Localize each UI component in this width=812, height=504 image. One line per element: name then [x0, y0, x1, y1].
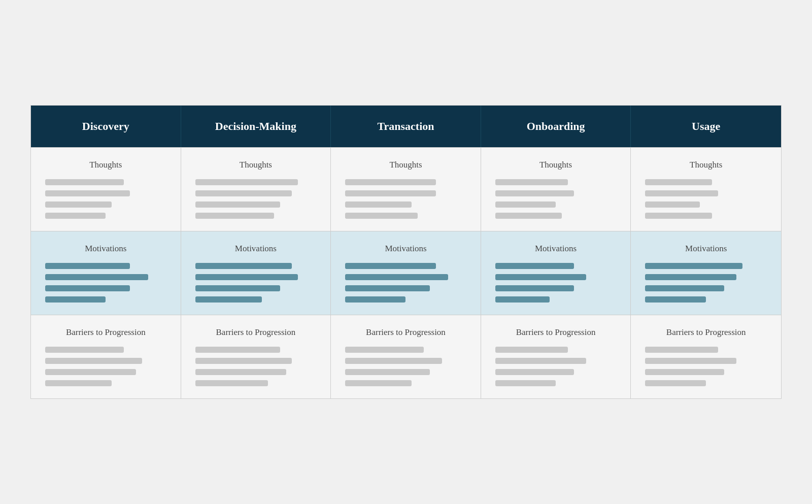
content-line: [195, 190, 292, 196]
content-line: [345, 380, 412, 386]
content-line: [495, 213, 562, 219]
content-line: [495, 179, 568, 185]
cell-title: Thoughts: [345, 160, 466, 170]
cell-title: Thoughts: [495, 160, 617, 170]
content-line: [45, 380, 112, 386]
cell-title: Motivations: [345, 244, 466, 254]
cell-motivations-3: Motivations: [481, 231, 631, 315]
content-line: [45, 296, 106, 303]
header-cell-discovery: Discovery: [31, 106, 181, 147]
content-line: [45, 213, 106, 219]
cell-motivations-1: Motivations: [181, 231, 331, 315]
content-line: [495, 201, 556, 208]
content-line: [45, 358, 142, 364]
content-line: [645, 296, 706, 303]
journey-map-table: DiscoveryDecision-MakingTransactionOnboa…: [30, 105, 782, 399]
content-line: [345, 347, 424, 353]
content-line: [645, 201, 700, 208]
cell-barriers-0: Barriers to Progression: [31, 315, 181, 398]
cell-title: Barriers to Progression: [495, 327, 617, 338]
lines-container: [45, 179, 166, 219]
cell-barriers-4: Barriers to Progression: [631, 315, 781, 398]
content-line: [195, 358, 292, 364]
cell-title: Barriers to Progression: [645, 327, 767, 338]
cell-thoughts-0: Thoughts: [31, 148, 181, 231]
content-line: [495, 285, 574, 291]
cell-motivations-0: Motivations: [31, 231, 181, 315]
cell-title: Motivations: [45, 244, 166, 254]
content-line: [45, 369, 136, 375]
lines-container: [195, 263, 317, 303]
content-line: [645, 358, 736, 364]
lines-container: [645, 179, 767, 219]
content-line: [645, 347, 718, 353]
lines-container: [345, 263, 466, 303]
content-line: [195, 213, 274, 219]
lines-container: [495, 347, 617, 386]
lines-container: [45, 263, 166, 303]
header-cell-onboarding: Onboarding: [481, 106, 631, 147]
header-cell-transaction: Transaction: [331, 106, 481, 147]
table-row-thoughts: ThoughtsThoughtsThoughtsThoughtsThoughts: [31, 147, 781, 231]
table-row-motivations: MotivationsMotivationsMotivationsMotivat…: [31, 231, 781, 315]
content-line: [645, 179, 712, 185]
content-line: [345, 274, 448, 280]
content-line: [345, 201, 412, 208]
table-row-barriers: Barriers to ProgressionBarriers to Progr…: [31, 315, 781, 398]
content-line: [45, 201, 112, 208]
cell-motivations-4: Motivations: [631, 231, 781, 315]
content-line: [345, 179, 436, 185]
cell-thoughts-1: Thoughts: [181, 148, 331, 231]
content-line: [45, 263, 130, 269]
content-line: [495, 347, 568, 353]
lines-container: [645, 347, 767, 386]
cell-barriers-2: Barriers to Progression: [331, 315, 481, 398]
content-line: [645, 263, 742, 269]
cell-title: Motivations: [495, 244, 617, 254]
header-cell-decision-making: Decision-Making: [181, 106, 331, 147]
content-line: [495, 358, 586, 364]
content-line: [645, 213, 712, 219]
content-line: [645, 190, 718, 196]
content-line: [345, 358, 442, 364]
content-line: [645, 369, 724, 375]
content-line: [45, 179, 124, 185]
lines-container: [345, 179, 466, 219]
cell-title: Thoughts: [45, 160, 166, 170]
content-line: [345, 296, 405, 303]
content-line: [195, 263, 292, 269]
cell-motivations-2: Motivations: [331, 231, 481, 315]
content-line: [195, 274, 298, 280]
content-line: [495, 380, 556, 386]
lines-container: [195, 179, 317, 219]
content-line: [495, 296, 550, 303]
content-line: [45, 274, 148, 280]
content-line: [645, 274, 736, 280]
content-line: [645, 285, 724, 291]
content-line: [345, 369, 430, 375]
cell-thoughts-2: Thoughts: [331, 148, 481, 231]
content-line: [345, 285, 430, 291]
content-line: [345, 263, 436, 269]
content-line: [195, 369, 286, 375]
content-line: [195, 285, 280, 291]
header-cell-usage: Usage: [631, 106, 781, 147]
content-line: [195, 179, 298, 185]
content-line: [195, 347, 280, 353]
cell-thoughts-4: Thoughts: [631, 148, 781, 231]
content-line: [45, 190, 130, 196]
cell-thoughts-3: Thoughts: [481, 148, 631, 231]
lines-container: [495, 179, 617, 219]
content-line: [495, 369, 574, 375]
lines-container: [495, 263, 617, 303]
cell-title: Thoughts: [645, 160, 767, 170]
cell-barriers-1: Barriers to Progression: [181, 315, 331, 398]
content-line: [195, 201, 280, 208]
cell-title: Barriers to Progression: [45, 327, 166, 338]
content-line: [495, 190, 574, 196]
cell-barriers-3: Barriers to Progression: [481, 315, 631, 398]
content-line: [45, 347, 124, 353]
content-line: [195, 380, 268, 386]
cell-title: Motivations: [195, 244, 317, 254]
content-line: [345, 213, 418, 219]
